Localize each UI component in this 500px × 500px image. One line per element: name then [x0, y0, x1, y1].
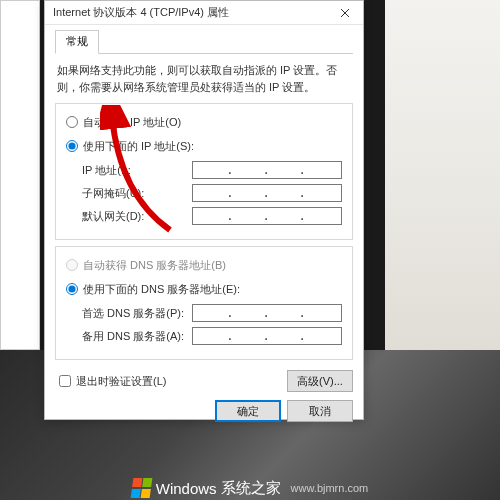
ip-auto-label: 自动获得 IP 地址(O): [83, 115, 181, 130]
subnet-mask-row: 子网掩码(U): ...: [66, 183, 342, 203]
ip-auto-radio-row[interactable]: 自动获得 IP 地址(O): [66, 112, 342, 132]
dns-manual-radio[interactable]: [66, 283, 78, 295]
ip-address-input[interactable]: ...: [192, 161, 342, 179]
windows-logo-icon: [130, 478, 153, 498]
dialog-title: Internet 协议版本 4 (TCP/IPv4) 属性: [53, 5, 327, 20]
close-icon: [340, 8, 350, 18]
ip-address-label: IP 地址(I):: [82, 163, 192, 178]
validate-checkbox-row[interactable]: 退出时验证设置(L): [59, 371, 166, 391]
description-text: 如果网络支持此功能，则可以获取自动指派的 IP 设置。否则，你需要从网络系统管理…: [55, 60, 353, 103]
watermark-site: 系统之家: [221, 479, 281, 498]
dialog-buttons: 确定 取消: [55, 392, 353, 422]
gateway-input[interactable]: ...: [192, 207, 342, 225]
watermark-url: www.bjmrn.com: [291, 482, 369, 494]
dns-manual-radio-row[interactable]: 使用下面的 DNS 服务器地址(E):: [66, 279, 342, 299]
dns-auto-radio: [66, 259, 78, 271]
dns-primary-input[interactable]: ...: [192, 304, 342, 322]
subnet-mask-label: 子网掩码(U):: [82, 186, 192, 201]
ip-manual-radio[interactable]: [66, 140, 78, 152]
background-window-left: [0, 0, 40, 350]
ip-address-row: IP 地址(I): ...: [66, 160, 342, 180]
dns-primary-row: 首选 DNS 服务器(P): ...: [66, 303, 342, 323]
titlebar: Internet 协议版本 4 (TCP/IPv4) 属性: [45, 1, 363, 25]
ok-button[interactable]: 确定: [215, 400, 281, 422]
dns-group: 自动获得 DNS 服务器地址(B) 使用下面的 DNS 服务器地址(E): 首选…: [55, 246, 353, 360]
validate-label: 退出时验证设置(L): [76, 374, 166, 389]
subnet-mask-input[interactable]: ...: [192, 184, 342, 202]
dns-auto-label: 自动获得 DNS 服务器地址(B): [83, 258, 226, 273]
cancel-button[interactable]: 取消: [287, 400, 353, 422]
close-button[interactable]: [327, 1, 363, 25]
dns-auto-radio-row: 自动获得 DNS 服务器地址(B): [66, 255, 342, 275]
validate-checkbox[interactable]: [59, 375, 71, 387]
tab-general[interactable]: 常规: [55, 30, 99, 54]
ip-manual-radio-row[interactable]: 使用下面的 IP 地址(S):: [66, 136, 342, 156]
dns-alt-input[interactable]: ...: [192, 327, 342, 345]
tab-strip: 常规: [55, 29, 353, 54]
ip-address-group: 自动获得 IP 地址(O) 使用下面的 IP 地址(S): IP 地址(I): …: [55, 103, 353, 240]
advanced-button[interactable]: 高级(V)...: [287, 370, 353, 392]
watermark: Windows 系统之家 www.bjmrn.com: [0, 478, 500, 498]
dns-manual-label: 使用下面的 DNS 服务器地址(E):: [83, 282, 240, 297]
ip-manual-label: 使用下面的 IP 地址(S):: [83, 139, 194, 154]
dns-alt-label: 备用 DNS 服务器(A):: [82, 329, 192, 344]
dns-primary-label: 首选 DNS 服务器(P):: [82, 306, 192, 321]
dns-alt-row: 备用 DNS 服务器(A): ...: [66, 326, 342, 346]
gateway-row: 默认网关(D): ...: [66, 206, 342, 226]
gateway-label: 默认网关(D):: [82, 209, 192, 224]
ipv4-properties-dialog: Internet 协议版本 4 (TCP/IPv4) 属性 常规 如果网络支持此…: [44, 0, 364, 420]
ip-auto-radio[interactable]: [66, 116, 78, 128]
watermark-brand: Windows: [156, 480, 217, 497]
